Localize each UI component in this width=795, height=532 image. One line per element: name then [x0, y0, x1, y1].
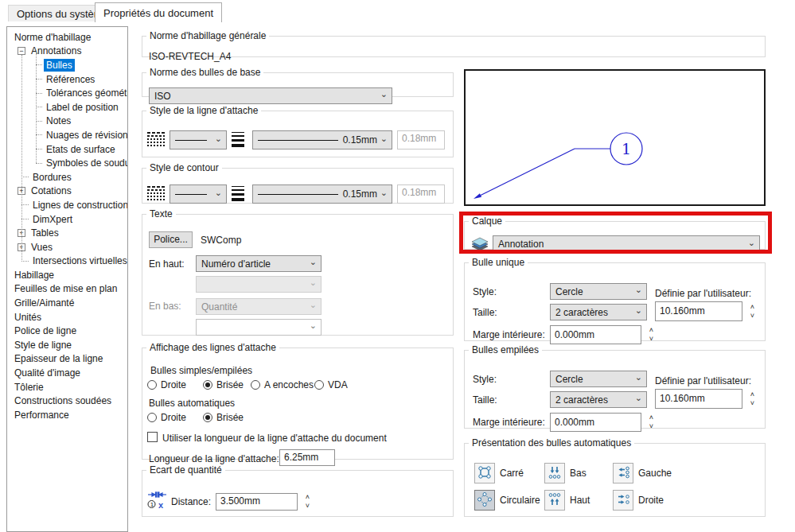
tree-item-dimxpert[interactable]: DimXpert [7, 212, 127, 227]
stacked-size-select[interactable]: 2 caractères ⌄ [550, 391, 647, 408]
tree-item-epaisseur-de-la-ligne[interactable]: Epaisseur de la ligne [7, 352, 127, 367]
spin-up-icon[interactable]: ˄ [747, 304, 758, 312]
single-padding-input[interactable]: 0.000mm [550, 325, 641, 344]
tree-item-grille-aimant[interactable]: Grille/Aimanté [7, 296, 127, 310]
tree-item-bordures[interactable]: Bordures [7, 170, 127, 184]
spin-down-icon[interactable]: ˅ [646, 423, 657, 431]
tree-item-habillage[interactable]: Habillage [7, 268, 127, 282]
left-layout-button[interactable] [613, 463, 633, 483]
tree-item-nuages-de-r-vision[interactable]: Nuages de révision [7, 128, 127, 142]
collapse-icon[interactable]: − [18, 47, 25, 55]
leader-length-input[interactable]: 6.25mm [279, 449, 335, 466]
tree-item-label[interactable]: Style de ligne [12, 339, 74, 351]
stacked-padding-input[interactable]: 0.000mm [550, 413, 641, 432]
tree-item-t-lerie[interactable]: Tôlerie [7, 380, 127, 394]
leader-line-style-select[interactable]: ⌄ [170, 130, 227, 150]
stacked-style-select[interactable]: Cercle ⌄ [550, 371, 647, 387]
spin-down-icon[interactable]: ˅ [646, 336, 657, 344]
stacked-padding-stepper[interactable]: ˄ ˅ [646, 414, 657, 431]
tree-item-qualit-d-image[interactable]: Qualité d'image [7, 366, 127, 380]
tree-item-label[interactable]: Bordures [30, 171, 74, 184]
tree-item-label[interactable]: Police de ligne [12, 324, 79, 337]
single-style-select[interactable]: Cercle ⌄ [550, 283, 647, 300]
tree-item-performance[interactable]: Performance [7, 408, 127, 422]
font-button[interactable]: Police... [149, 231, 193, 248]
single-size-select[interactable]: 2 caractères ⌄ [550, 304, 647, 320]
tree-item-label[interactable]: Unités [12, 311, 44, 324]
tree-item-label[interactable]: Habillage [12, 269, 57, 282]
tree-item-label[interactable]: Performance [12, 409, 72, 421]
circular-layout-button[interactable] [474, 490, 495, 511]
tree-item-label[interactable]: Symboles de soudur [44, 157, 128, 169]
radio-droite-single[interactable]: Droite [147, 379, 186, 390]
upper-text-select[interactable]: Numéro d'article ⌄ [196, 255, 322, 272]
tree-item-label[interactable]: Références [44, 73, 97, 86]
tree-item-label[interactable]: Lignes de construction/ [30, 199, 128, 212]
radio-vda[interactable]: VDA [314, 379, 348, 390]
right-layout-button[interactable] [613, 490, 633, 511]
layer-select[interactable]: Annotation ⌄ [493, 235, 760, 253]
tree-item-label[interactable]: Norme d'habillage [12, 31, 93, 44]
tree-item-style-de-ligne[interactable]: Style de ligne [7, 338, 127, 352]
square-layout-button[interactable] [474, 463, 495, 483]
tree-item-label[interactable]: Epaisseur de la ligne [12, 352, 105, 365]
single-padding-stepper[interactable]: ˄ ˅ [646, 327, 657, 344]
spin-down-icon[interactable]: ˅ [302, 503, 313, 511]
tree-item-label[interactable]: Constructions soudées [12, 394, 114, 407]
spin-up-icon[interactable]: ˄ [646, 327, 657, 335]
tree-item-label[interactable]: Qualité d'image [12, 367, 83, 379]
stacked-user-defined-input[interactable]: 10.160mm [655, 389, 742, 409]
tree-item-police-de-ligne[interactable]: Police de ligne [7, 324, 127, 338]
tab-document-properties[interactable]: Propriétés du document [95, 2, 222, 22]
radio-droite-auto[interactable]: Droite [147, 412, 186, 423]
single-user-defined-stepper[interactable]: ˄ ˅ [747, 304, 758, 320]
tree-item-label[interactable]: Grille/Aimanté [12, 297, 76, 309]
radio-a-encoches[interactable]: A encoches [251, 379, 314, 390]
tree-item-symboles-de-soudur[interactable]: Symboles de soudur [7, 156, 127, 170]
lower-text-secondary-select[interactable]: ⌄ [196, 319, 322, 336]
tree-item-vues[interactable]: +Vues [7, 240, 127, 254]
tree-item-label[interactable]: Nuages de révision [44, 129, 128, 142]
tree-item-r-f-rences[interactable]: Références [7, 72, 127, 87]
spin-up-icon[interactable]: ˄ [646, 414, 657, 422]
tree-item-label[interactable]: Tolérances géométr [44, 87, 128, 99]
tree-item-notes[interactable]: Notes [7, 115, 127, 129]
contour-line-thickness-select[interactable]: 0.15mm ⌄ [252, 184, 392, 204]
spin-down-icon[interactable]: ˅ [747, 400, 758, 408]
settings-tree[interactable]: Norme d'habillage−AnnotationsBullesRéfér… [6, 26, 128, 532]
use-document-leader-length-checkbox[interactable] [147, 432, 158, 442]
spin-up-icon[interactable]: ˄ [747, 391, 758, 399]
tree-item-label[interactable]: Etats de surface [44, 143, 118, 156]
tree-item-annotations[interactable]: −Annotations [7, 45, 127, 59]
base-standard-select[interactable]: ISO ⌄ [149, 87, 392, 104]
radio-brisee-single[interactable]: Brisée [203, 379, 244, 390]
tree-item-norme-d-habillage[interactable]: Norme d'habillage [7, 30, 127, 45]
stacked-user-defined-stepper[interactable]: ˄ ˅ [747, 391, 758, 408]
tree-item-unit-s[interactable]: Unités [7, 310, 127, 324]
distance-input[interactable]: 3.500mm [216, 493, 298, 511]
leader-line-thickness-select[interactable]: 0.15mm ⌄ [252, 130, 392, 150]
tree-item-label[interactable]: Annotations [29, 45, 84, 57]
tree-item-label[interactable]: Tôlerie [12, 381, 46, 394]
tree-item-lignes-de-construction[interactable]: Lignes de construction/ [7, 198, 127, 212]
tree-item-bulles[interactable]: Bulles [7, 58, 127, 72]
tree-item-label[interactable]: Bulles [44, 59, 75, 72]
tree-item-label[interactable]: Tables [29, 227, 61, 239]
radio-brisee-auto[interactable]: Brisée [203, 412, 244, 423]
tree-item-label[interactable]: DimXpert [30, 213, 75, 226]
bottom-layout-button[interactable] [544, 463, 565, 483]
tree-item-constructions-soud-es[interactable]: Constructions soudées [7, 394, 127, 408]
tree-item-label[interactable]: Cotations [29, 184, 74, 197]
tree-item-label[interactable]: Vues [29, 241, 55, 254]
tree-item-label[interactable]: Label de position [44, 101, 121, 114]
spin-up-icon[interactable]: ˄ [302, 494, 313, 502]
tree-item-label[interactable]: Feuilles de mise en plan [12, 282, 119, 295]
tree-item-tol-rances-g-om-tr[interactable]: Tolérances géométr [7, 86, 127, 100]
tree-item-cotations[interactable]: +Cotations [7, 184, 127, 199]
tree-item-label[interactable]: Notes [44, 115, 73, 127]
distance-stepper[interactable]: ˄ ˅ [302, 494, 313, 511]
single-user-defined-input[interactable]: 10.160mm [655, 301, 742, 321]
spin-down-icon[interactable]: ˅ [747, 313, 758, 320]
contour-line-style-select[interactable]: ⌄ [170, 184, 227, 204]
tree-item-label[interactable]: Intersections virtuelles [30, 254, 128, 267]
